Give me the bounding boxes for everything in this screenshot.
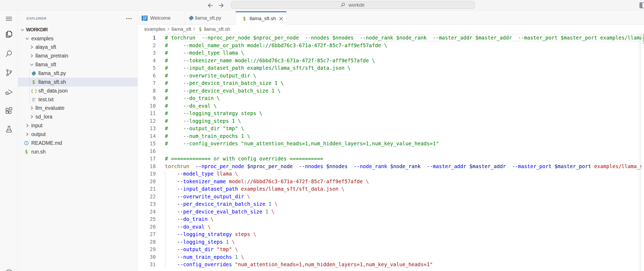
code-line-9[interactable]: 9# --do_train \	[138, 94, 641, 102]
tree-item-alaya_sft[interactable]: alaya_sft	[18, 43, 137, 52]
line-content: --do_train \	[156, 215, 214, 223]
tree-item-label: llama_sft.py	[38, 70, 66, 76]
code-line-17[interactable]: 17# ============= or with config overrid…	[138, 155, 641, 163]
tree-item-label: WORKDIR	[26, 27, 48, 33]
line-content: # --per_device_eval_batch_size 1 \	[156, 87, 280, 95]
code-line-1[interactable]: 1# torchrun --nproc_per_node $nproc_per_…	[138, 34, 641, 42]
tab-label: llama_sft.py	[195, 15, 221, 21]
line-content: # --overwrite_output_dir \	[156, 72, 256, 80]
line-number: 23	[138, 200, 156, 208]
shell-breadcrumb-icon: $	[199, 26, 202, 32]
command-center-search[interactable]: workdir	[231, 1, 475, 9]
activity-extensions-icon[interactable]	[0, 103, 18, 119]
activity-search-icon[interactable]	[0, 45, 18, 62]
breadcrumb-item-examples[interactable]: examples	[144, 26, 165, 32]
tree-item-llama_sft[interactable]: llama_sft	[18, 60, 137, 69]
code-line-28[interactable]: 28 --logging_steps 1 \	[138, 238, 641, 246]
tree-item-WORKDIR[interactable]: WORKDIR	[18, 25, 137, 34]
chevron-down-icon	[25, 36, 29, 41]
layout-panel-icon[interactable]	[639, 2, 644, 9]
tree-item-llama_sft.py[interactable]: llama_sft.py	[18, 69, 137, 78]
tab-llama_sft.sh[interactable]: $llama_sft.sh	[236, 11, 287, 25]
shell-tab-icon: $	[243, 16, 246, 21]
tree-indent-guide	[29, 69, 30, 104]
code-line-29[interactable]: 29 --output_dir "tmp" \	[138, 246, 641, 253]
code-line-16[interactable]: 16	[138, 147, 641, 155]
line-content: --per_device_train_batch_size 1 \	[156, 200, 278, 208]
tree-item-label: sft_data.json	[38, 88, 68, 94]
code-line-7[interactable]: 7# --per_device_train_batch_size 1 \	[138, 79, 641, 87]
tree-item-examples[interactable]: examples	[18, 34, 137, 43]
code-line-27[interactable]: 27 --logging_strategy steps \	[138, 230, 641, 238]
code-line-31[interactable]: 31 --config_overrides "num_attention_hea…	[138, 261, 641, 268]
breadcrumb-item-llama_sft[interactable]: llama_sft	[171, 26, 191, 32]
command-center-label: workdir	[348, 2, 365, 8]
line-number: 18	[138, 163, 156, 170]
close-icon[interactable]	[278, 15, 284, 22]
forward-arrow-icon[interactable]	[218, 2, 224, 9]
tree-item-llm_evaluate[interactable]: llm_evaluate	[18, 104, 137, 113]
activity-account-icon[interactable]	[0, 263, 18, 271]
code-line-12[interactable]: 12# --logging_steps 1 \	[138, 117, 641, 125]
code-line-25[interactable]: 25 --do_train \	[138, 215, 641, 223]
code-line-18[interactable]: 18torchrun --nproc_per_node $nproc_per_n…	[138, 163, 641, 170]
tree-item-llama_pretrain[interactable]: llama_pretrain	[18, 51, 137, 60]
line-number: 10	[138, 102, 156, 110]
code-line-19[interactable]: 19 --model_type llama \	[138, 170, 641, 178]
tab-llama_sft.py[interactable]: llama_sft.py	[185, 11, 236, 25]
breadcrumb-separator-icon	[166, 27, 170, 31]
line-number: 6	[138, 72, 156, 80]
line-content: # torchrun --nproc_per_node $nproc_per_n…	[156, 34, 641, 42]
tree-item-input[interactable]: input	[18, 121, 137, 130]
code-line-8[interactable]: 8# --per_device_eval_batch_size 1 \	[138, 87, 641, 95]
activity-testing-icon[interactable]	[0, 121, 18, 137]
activity-explorer-icon[interactable]	[0, 26, 18, 42]
tree-item-README.md[interactable]: README.md	[18, 139, 137, 147]
code-line-14[interactable]: 14# --num_train_epochs 1 \	[138, 132, 641, 140]
line-content: --overwrite_output_dir \	[156, 193, 250, 200]
tree-item-sd_lora[interactable]: sd_lora	[18, 112, 137, 121]
tree-item-label: alaya_sft	[36, 44, 56, 50]
code-line-6[interactable]: 6# --overwrite_output_dir \	[138, 72, 641, 80]
code-line-5[interactable]: 5# --input_dataset_path examples/llama_s…	[138, 64, 641, 72]
code-line-13[interactable]: 13# --output_dir "tmp" \	[138, 125, 641, 132]
line-number: 27	[138, 230, 156, 238]
tree-item-sft_data.json[interactable]: { }sft_data.json	[18, 86, 137, 95]
code-line-20[interactable]: 20 --tokenizer_name model://6bbd76c3-671…	[138, 178, 641, 185]
code-line-3[interactable]: 3# --model_type llama \	[138, 49, 641, 57]
code-line-10[interactable]: 10# --do_eval \	[138, 102, 641, 110]
tree-item-llama_sft.sh[interactable]: $llama_sft.sh	[18, 78, 137, 86]
code-line-15[interactable]: 15# --config_overrides "num_attention_he…	[138, 140, 641, 147]
tab-Welcome[interactable]: Welcome	[138, 11, 185, 25]
tree-item-test.txt[interactable]: test.txt	[18, 95, 137, 104]
activity-run-debug-icon[interactable]	[0, 84, 18, 100]
code-line-23[interactable]: 23 --per_device_train_batch_size 1 \	[138, 200, 641, 208]
line-number: 12	[138, 117, 156, 125]
tree-item-label: sd_lora	[36, 114, 53, 120]
line-content: # --input_dataset_path examples/llama_sf…	[156, 64, 351, 72]
code-line-30[interactable]: 30 --num_train_epochs 1 \	[138, 253, 641, 261]
python-file-icon	[32, 71, 36, 76]
line-content: # --logging_strategy steps \	[156, 110, 262, 117]
back-arrow-icon[interactable]	[207, 2, 214, 9]
activity-menu-icon[interactable]	[0, 10, 18, 27]
more-actions-icon[interactable]	[126, 15, 132, 22]
code-line-24[interactable]: 24 --per_device_eval_batch_size 1 \	[138, 208, 641, 216]
tree-item-run.sh[interactable]: $run.sh	[18, 147, 137, 156]
code-line-4[interactable]: 4# --tokenizer_name model://6bbd76c3-671…	[138, 57, 641, 64]
code-line-22[interactable]: 22 --overwrite_output_dir \	[138, 193, 641, 200]
line-content: # --per_device_train_batch_size 1 \	[156, 79, 284, 87]
activity-source-control-icon[interactable]	[0, 64, 18, 81]
code-line-26[interactable]: 26 --do_eval \	[138, 223, 641, 231]
line-number: 14	[138, 132, 156, 140]
line-content: torchrun --nproc_per_node $nproc_per_nod…	[156, 163, 641, 170]
code-line-2[interactable]: 2# --model_name_or_path model://6bbd76c3…	[138, 42, 641, 49]
breadcrumb-item-llama_sft.sh[interactable]: llama_sft.sh	[204, 26, 230, 32]
json-file-icon: { }	[32, 88, 36, 93]
line-number: 30	[138, 253, 156, 261]
code-line-21[interactable]: 21 --input_dataset_path examples/llama_s…	[138, 185, 641, 193]
editor-pane[interactable]: 1# torchrun --nproc_per_node $nproc_per_…	[138, 33, 644, 271]
line-number: 31	[138, 261, 156, 268]
tree-item-output[interactable]: output	[18, 130, 137, 139]
code-line-11[interactable]: 11# --logging_strategy steps \	[138, 110, 641, 117]
